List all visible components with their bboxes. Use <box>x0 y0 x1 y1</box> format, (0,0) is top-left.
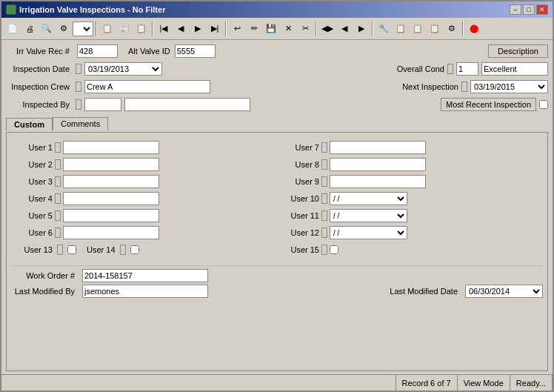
maximize-button[interactable]: □ <box>523 4 535 15</box>
user10-row: User 10 / / <box>281 191 540 206</box>
user8-label: User 8 <box>281 160 319 169</box>
user6-indicator <box>55 227 61 238</box>
user9-row: User 9 <box>281 174 540 189</box>
toolbar-save[interactable]: 💾 <box>263 21 279 37</box>
user12-select[interactable]: / / <box>330 226 407 239</box>
user6-row: User 6 <box>14 225 273 240</box>
user1-input[interactable] <box>63 141 159 154</box>
user9-indicator <box>321 176 327 187</box>
user1-label: User 1 <box>14 143 53 152</box>
app-icon <box>6 4 16 15</box>
toolbar-tool4[interactable]: 📋 <box>427 21 443 37</box>
overall-cond-label: Overall Cond <box>385 64 444 73</box>
user4-input[interactable] <box>63 192 159 205</box>
user3-input[interactable] <box>63 175 159 188</box>
work-order-input[interactable] <box>82 269 208 282</box>
user9-input[interactable] <box>330 175 426 188</box>
toolbar-first[interactable]: |◀ <box>156 21 172 37</box>
next-inspection-indicator <box>461 82 467 92</box>
user2-row: User 2 <box>14 157 273 172</box>
most-recent-checkbox[interactable] <box>539 100 548 109</box>
user7-label: User 7 <box>281 143 319 152</box>
status-bar: Record 6 of 7 View Mode Ready... <box>1 374 553 391</box>
user3-label: User 3 <box>14 177 53 186</box>
toolbar-print[interactable]: 🖨 <box>21 21 38 37</box>
alt-valve-id-label: Alt Valve ID <box>128 47 170 56</box>
user11-indicator <box>321 210 327 221</box>
toolbar-last[interactable]: ▶| <box>207 21 223 37</box>
window-title: Irrigation Valve Inspections - No Filter <box>19 5 165 14</box>
user2-label: User 2 <box>14 160 53 169</box>
toolbar-nav3[interactable]: ▶ <box>353 21 370 37</box>
user5-indicator <box>55 210 61 221</box>
inspected-by-input1[interactable] <box>84 98 121 111</box>
tab-comments[interactable]: Comments <box>53 117 108 130</box>
toolbar-tool2[interactable]: 📋 <box>393 21 409 37</box>
toolbar-red[interactable]: ⬤ <box>466 21 482 37</box>
toolbar-doc3[interactable]: 📋 <box>133 21 150 37</box>
toolbar-tool5[interactable]: ⚙ <box>444 21 460 37</box>
user13-indicator <box>57 245 63 255</box>
status-record: Record 6 of 7 <box>396 375 458 391</box>
user14-label: User 14 <box>87 245 116 254</box>
main-window: Irrigation Valve Inspections - No Filter… <box>0 0 554 392</box>
user7-input[interactable] <box>330 141 426 154</box>
overall-cond-num-input[interactable] <box>456 62 478 76</box>
user11-select[interactable]: / / <box>330 209 407 222</box>
toolbar-tool3[interactable]: 📋 <box>410 21 426 37</box>
last-modified-by-input[interactable] <box>82 285 208 298</box>
overall-cond-text-input[interactable] <box>481 62 548 76</box>
sep5 <box>372 21 373 36</box>
sep1 <box>96 21 97 36</box>
toolbar-settings[interactable]: ⚙ <box>56 21 72 37</box>
toolbar-combo[interactable] <box>73 21 93 36</box>
user4-row: User 4 <box>14 191 273 206</box>
toolbar: 📄 🖨 🔍 ⚙ 📋 📰 📋 |◀ ◀ ▶ ▶| ↩ ✏ 💾 ✕ ✂ ◀▶ ◀ ▶… <box>1 18 553 40</box>
toolbar-tool1[interactable]: 🔧 <box>376 21 392 37</box>
last-modified-date-input[interactable]: 06/30/2014 <box>465 285 543 298</box>
user5-input[interactable] <box>63 209 159 222</box>
user8-input[interactable] <box>330 158 426 171</box>
user2-input[interactable] <box>63 158 159 171</box>
user13-checkbox[interactable] <box>67 245 76 254</box>
user1-indicator <box>55 142 61 153</box>
inspected-by-input2[interactable] <box>124 98 250 111</box>
toolbar-find[interactable]: 🔍 <box>39 21 55 37</box>
most-recent-label: Most Recent Inspection <box>441 98 536 111</box>
toolbar-delete[interactable]: ✕ <box>280 21 296 37</box>
user15-row: User 15 <box>281 242 540 257</box>
toolbar-doc1[interactable]: 📋 <box>99 21 116 37</box>
alt-valve-id-input[interactable] <box>175 44 216 58</box>
toolbar-doc2[interactable]: 📰 <box>116 21 133 37</box>
sep2 <box>152 21 153 36</box>
user15-checkbox[interactable] <box>330 245 338 254</box>
toolbar-new[interactable]: 📄 <box>4 21 21 37</box>
toolbar-nav1[interactable]: ◀▶ <box>319 21 336 37</box>
user11-row: User 11 / / <box>281 208 540 223</box>
toolbar-prev[interactable]: ◀ <box>173 21 189 37</box>
next-inspection-input[interactable]: 03/19/2015 <box>470 80 548 93</box>
user12-label: User 12 <box>281 228 319 237</box>
description-tab[interactable]: Description <box>488 44 548 58</box>
user7-indicator <box>321 142 327 153</box>
user15-label: User 15 <box>281 245 319 254</box>
custom-panel: User 1 User 2 User 3 <box>6 132 548 371</box>
tab-custom[interactable]: Custom <box>6 118 53 131</box>
inspected-by-indicator <box>76 99 81 110</box>
inspection-crew-input[interactable] <box>84 80 210 93</box>
user6-input[interactable] <box>63 226 159 239</box>
user10-select[interactable]: / / <box>330 192 407 205</box>
user14-indicator <box>120 245 126 255</box>
toolbar-cut[interactable]: ✂ <box>297 21 313 37</box>
user14-checkbox[interactable] <box>130 245 139 254</box>
user3-row: User 3 <box>14 174 273 189</box>
toolbar-edit[interactable]: ✏ <box>246 21 262 37</box>
irr-valve-rec-input[interactable] <box>77 44 118 58</box>
next-inspection-label: Next Inspection <box>392 82 458 91</box>
inspection-date-input[interactable]: 03/19/2013 <box>84 62 162 76</box>
toolbar-next[interactable]: ▶ <box>190 21 206 37</box>
toolbar-undo[interactable]: ↩ <box>229 21 245 37</box>
toolbar-nav2[interactable]: ◀ <box>336 21 353 37</box>
close-button[interactable]: ✕ <box>536 4 548 15</box>
minimize-button[interactable]: – <box>510 4 521 15</box>
